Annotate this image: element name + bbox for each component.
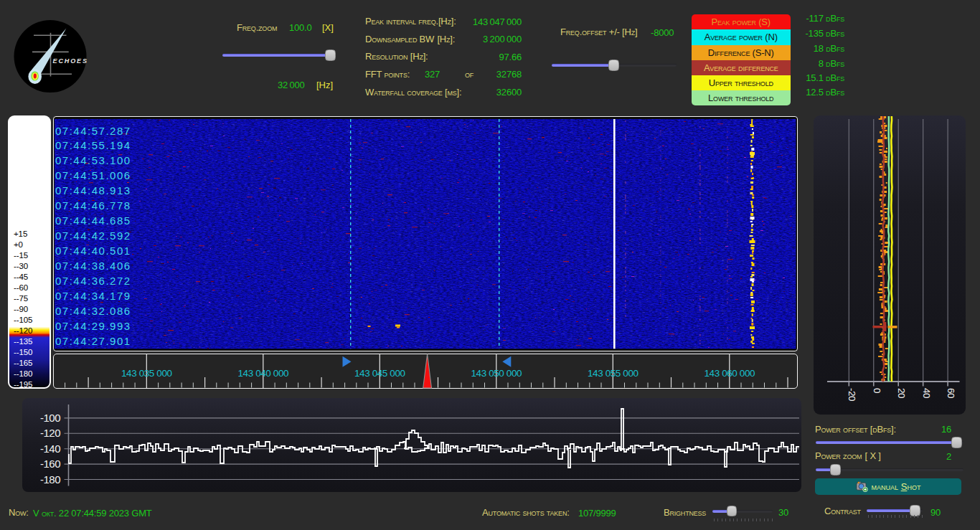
svg-text:60: 60 xyxy=(946,388,956,398)
svg-text:0: 0 xyxy=(872,388,882,393)
svg-text:-20: -20 xyxy=(847,388,857,401)
svg-text:40: 40 xyxy=(921,388,932,398)
svg-text:20: 20 xyxy=(896,388,907,398)
